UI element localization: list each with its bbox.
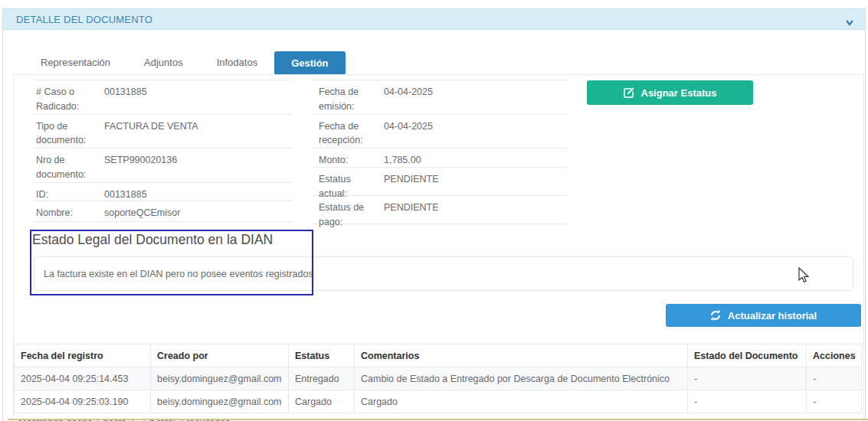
panel-header[interactable]: DETALLE DEL DOCUMENTO: [3, 9, 865, 30]
document-detail-panel: DETALLE DEL DOCUMENTO Representación Adj…: [2, 8, 866, 421]
field-fecha-emision: Fecha de emisión: 04-04-2025: [312, 80, 568, 114]
refresh-history-label: Actualizar historial: [728, 310, 817, 321]
tab-adjuntos[interactable]: Adjuntos: [127, 51, 200, 75]
field-label: Nro de documento:: [34, 148, 104, 182]
assign-status-label: Asignar Estatus: [641, 87, 717, 99]
panel-title: DETALLE DEL DOCUMENTO: [16, 14, 152, 25]
cell-fecha: 2025-04-04 09:25:03.190: [15, 390, 151, 413]
col-comentarios: Comentarios: [355, 344, 688, 367]
field-value: 04-04-2025: [384, 80, 433, 114]
page: DETALLE DEL DOCUMENTO Representación Adj…: [0, 0, 868, 421]
chevron-down-icon[interactable]: [845, 16, 854, 24]
field-nro-documento: Nro de documento: SETP990020136: [34, 148, 293, 182]
cell-comentarios: Cargado: [355, 390, 688, 413]
field-label: Nombre:: [34, 201, 104, 221]
field-value: 1,785.00: [384, 148, 421, 167]
field-label: Estatus de pago:: [312, 196, 384, 224]
field-label: Fecha de emisión:: [312, 80, 384, 114]
document-fields-right: Fecha de emisión: 04-04-2025 Fecha de re…: [312, 80, 568, 224]
assign-status-button[interactable]: Asignar Estatus: [587, 80, 753, 105]
tab-representacion[interactable]: Representación: [24, 51, 127, 75]
field-label: ID:: [34, 183, 104, 201]
cell-estatus: Cargado: [289, 390, 355, 413]
cell-acciones: -: [807, 390, 862, 413]
field-value: 04-04-2025: [384, 115, 433, 148]
field-estatus-actual: Estatus actual: PENDIENTE: [312, 167, 568, 195]
dian-status-message: La factura existe en el DIAN pero no pos…: [34, 269, 313, 279]
field-label: Monto:: [312, 148, 384, 167]
cell-fecha: 2025-04-04 09:25:14.453: [15, 367, 151, 390]
document-fields-left: # Caso o Radicado: 00131885 Tipo de docu…: [34, 80, 293, 222]
col-creado-por: Creado por: [151, 344, 289, 367]
field-label: Estatus actual:: [312, 168, 384, 195]
col-acciones: Acciones: [807, 344, 862, 367]
field-value: FACTURA DE VENTA: [104, 115, 198, 148]
refresh-icon: [710, 310, 721, 321]
col-estado-documento: Estado del Documento: [688, 344, 807, 367]
col-fecha-registro: Fecha del registro: [15, 344, 151, 367]
field-value: SETP990020136: [104, 148, 177, 182]
cell-acciones: -: [807, 367, 862, 390]
bottom-divider: [8, 419, 868, 420]
cell-creado: beisy.dominguez@gmail.com: [151, 367, 289, 390]
tab-gestion[interactable]: Gestión: [274, 51, 345, 75]
dian-section-title: Estado Legal del Documento en la DIAN: [32, 232, 273, 248]
cell-estado: -: [688, 367, 807, 390]
dian-status-message-box: La factura existe en el DIAN pero no pos…: [34, 256, 853, 291]
field-label: Fecha de recepción:: [312, 115, 384, 148]
field-caso-radicado: # Caso o Radicado: 00131885: [34, 80, 293, 114]
field-value: soporteQCEmisor: [104, 201, 180, 221]
history-row: 2025-04-04 09:25:14.453 beisy.dominguez@…: [15, 367, 862, 390]
field-value: PENDIENTE: [384, 196, 439, 224]
field-value: 00131885: [104, 80, 147, 114]
field-fecha-recepcion: Fecha de recepción: 04-04-2025: [312, 114, 568, 148]
field-estatus-pago: Estatus de pago: PENDIENTE: [312, 195, 568, 224]
history-header-row: Fecha del registro Creado por Estatus Co…: [15, 344, 862, 367]
field-label: Tipo de documento:: [34, 115, 104, 148]
edit-icon: [624, 87, 634, 98]
cell-creado: beisy.dominguez@gmail.com: [151, 390, 289, 413]
field-label: # Caso o Radicado:: [34, 80, 104, 114]
cell-estatus: Entregado: [289, 367, 355, 390]
tab-bar: Representación Adjuntos Infodatos Gestió…: [24, 51, 346, 75]
history-table: Fecha del registro Creado por Estatus Co…: [14, 344, 862, 413]
field-value: PENDIENTE: [384, 168, 439, 195]
field-value: 00131885: [104, 183, 147, 201]
tab-infodatos[interactable]: Infodatos: [200, 51, 275, 75]
refresh-history-button[interactable]: Actualizar historial: [666, 304, 861, 327]
field-nombre: Nombre: soporteQCEmisor: [34, 201, 293, 222]
field-monto: Monto: 1,785.00: [312, 148, 568, 167]
field-id: ID: 00131885: [34, 182, 293, 201]
history-row: 2025-04-04 09:25:03.190 beisy.dominguez@…: [15, 390, 862, 413]
col-estatus: Estatus: [289, 344, 355, 367]
cell-comentarios: Cambio de Estado a Entregado por Descarg…: [355, 367, 688, 390]
cell-estado: -: [688, 390, 807, 413]
field-tipo-documento: Tipo de documento: FACTURA DE VENTA: [34, 114, 293, 148]
